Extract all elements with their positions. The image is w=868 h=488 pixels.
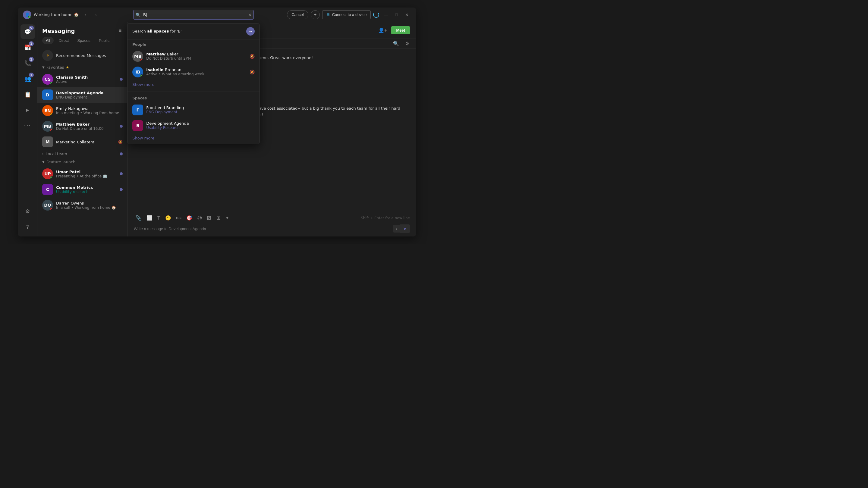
cancel-button[interactable]: Cancel (287, 10, 308, 19)
sidebar-more-button[interactable]: ≡ (118, 27, 123, 35)
calendar-badge: 1 (29, 41, 34, 46)
gallery-button[interactable]: 🖼 (205, 214, 213, 222)
rail-contacts[interactable]: 📋 (21, 87, 35, 101)
conv-clarissa-smith[interactable]: CS Clarissa Smith Active (37, 71, 127, 87)
search-clear-icon[interactable]: ✕ (248, 12, 251, 17)
show-more-people-link[interactable]: Show more (127, 80, 259, 90)
conv-darren-owens[interactable]: DO Darren Owens In a call • Working from… (37, 197, 127, 213)
filter-tab-spaces[interactable]: Spaces (73, 37, 94, 44)
chat-footer: 📎 ⬜ T 🙂 GIF 🎯 @ 🖼 ⊞ ✦ Shift + Enter for … (128, 210, 416, 236)
lightning-icon: ⚡ (42, 50, 53, 61)
search-all-text: Search all spaces for 'B' (132, 29, 181, 33)
meet-button[interactable]: Meet (391, 26, 410, 34)
marketing-right: 🔕 (118, 140, 123, 144)
search-all-spaces-row[interactable]: Search all spaces for 'B' → (127, 24, 259, 39)
send-options-button[interactable]: ↓ (393, 225, 400, 233)
rail-help[interactable]: ? (21, 220, 35, 234)
conv-marketing-collateral[interactable]: M Marketing Collateral 🔕 (37, 134, 127, 150)
ai-button[interactable]: ✦ (223, 214, 231, 222)
dev-agenda-icon: B (132, 120, 143, 131)
frontend-branding-content: Front-end Branding ENG Deployment (146, 105, 184, 114)
conv-matthew-baker[interactable]: MB Matthew Baker Do Not Disturb until 16… (37, 119, 127, 134)
rail-calls[interactable]: 📞 1 (21, 56, 35, 70)
window-title: Working from home 🏠 (34, 12, 79, 17)
attachment-button[interactable]: 📎 (134, 214, 144, 222)
dev-agenda-name: Development Agenda (146, 121, 189, 126)
rail-chat[interactable]: 💬 5 (21, 24, 35, 39)
back-button[interactable]: ‹ (81, 10, 90, 19)
keyboard-hint: Shift + Enter for a new line (361, 216, 410, 220)
recommended-label: Recommended Messages (56, 53, 106, 58)
person-isabelle-brennan[interactable]: IB Isabelle Brennan Active • What an ama… (127, 64, 259, 80)
umar-content: Umar Patel Presenting • At the office 🏢 (56, 170, 117, 178)
conv-umar-patel[interactable]: UP Umar Patel Presenting • At the office… (37, 166, 127, 182)
connect-icon: 🖥 (326, 12, 330, 17)
filter-tab-all[interactable]: All (42, 37, 54, 44)
filter-tab-direct[interactable]: Direct (55, 37, 72, 44)
conv-emily-nakagawa[interactable]: EN Emily Nakagawa In a meeting • Working… (37, 103, 127, 119)
more-tools-button[interactable]: ⊞ (215, 214, 222, 222)
show-more-spaces-link[interactable]: Show more (127, 133, 259, 144)
local-team-section[interactable]: › Local team (37, 150, 127, 158)
emily-name: Emily Nakagawa (56, 106, 123, 111)
people-section-title: People (127, 39, 259, 48)
space-dev-agenda[interactable]: B Development Agenda Usability Research (127, 118, 259, 133)
send-button[interactable]: ➤ (400, 224, 410, 233)
space-frontend-branding[interactable]: F Front-end Branding ENG Deployment (127, 102, 259, 118)
matthew-avatar: MB (132, 51, 143, 62)
rail-more[interactable]: ••• (21, 119, 35, 133)
local-team-chevron-icon: › (42, 152, 44, 156)
filter-tabs: All Direct Spaces Public (37, 37, 127, 47)
activity-icon: ▶ (26, 107, 29, 112)
frontend-branding-icon: F (132, 104, 143, 116)
gif-button[interactable]: GIF (174, 215, 183, 221)
forward-button[interactable]: › (92, 10, 100, 19)
chat-badge: 5 (29, 26, 34, 30)
format-button[interactable]: T (156, 214, 162, 222)
feature-launch-section-header[interactable]: ▼ Feature launch (37, 158, 127, 166)
rail-people[interactable]: 👥 1 (21, 71, 35, 86)
rail-calendar[interactable]: 📅 1 (21, 40, 35, 55)
search-chat-button[interactable]: 🔍 (391, 39, 401, 48)
help-icon: ? (26, 224, 29, 230)
common-metrics-sub: Usability research (56, 190, 117, 194)
left-rail: 💬 5 📅 1 📞 1 👥 1 📋 ▶ ••• (18, 22, 37, 236)
search-all-button[interactable]: → (246, 27, 255, 36)
conv-common-metrics[interactable]: C Common Metrics Usability research (37, 182, 127, 197)
message-input[interactable] (134, 227, 391, 231)
settings-chat-button[interactable]: ⚙ (403, 39, 411, 48)
loading-spinner (373, 12, 379, 18)
settings-icon: ⚙ (25, 208, 30, 215)
emoji-button[interactable]: 🙂 (163, 214, 173, 222)
maximize-button[interactable]: □ (393, 11, 400, 19)
sticker-button[interactable]: 🎯 (184, 214, 194, 222)
whiteboard-button[interactable]: ⬜ (145, 214, 154, 222)
person-matthew-baker[interactable]: MB Matthew Baker Do Not Disturb until 2P… (127, 48, 259, 64)
people-badge: 1 (29, 73, 34, 77)
umar-right (120, 172, 123, 175)
add-people-button[interactable]: 👤+ (376, 26, 389, 35)
connect-device-button[interactable]: 🖥 Connect to a device (322, 10, 371, 19)
favorites-section-header[interactable]: ▼ Favorites ★ (37, 63, 127, 71)
recommended-messages-item[interactable]: ⚡ Recommended Messages (37, 47, 127, 63)
mention-button[interactable]: @ (195, 214, 204, 222)
matthew-sidebar-name: Matthew Baker (56, 122, 117, 127)
rail-activity[interactable]: ▶ (21, 103, 35, 117)
marketing-mute-icon: 🔕 (118, 140, 123, 144)
user-avatar: 👤 (23, 10, 31, 19)
close-button[interactable]: ✕ (403, 11, 411, 19)
new-chat-button[interactable]: + (311, 10, 320, 19)
umar-name: Umar Patel (56, 170, 117, 174)
dev-agenda-avatar: D (42, 90, 53, 100)
search-input[interactable] (133, 10, 254, 20)
rail-settings[interactable]: ⚙ (21, 204, 35, 218)
minimize-button[interactable]: — (381, 11, 391, 19)
sidebar: Messaging ≡ All Direct Spaces Public ⚡ R… (37, 22, 128, 236)
conv-dev-agenda[interactable]: D Development Agenda ENG Deployment (37, 87, 127, 103)
local-team-header[interactable]: › Local team (42, 152, 67, 156)
favorites-label: Favorites (46, 65, 64, 70)
clarissa-right (120, 78, 123, 81)
message-input-row: ↓ ➤ (134, 224, 410, 233)
filter-tab-public[interactable]: Public (95, 37, 113, 44)
local-team-label: Local team (45, 152, 67, 156)
